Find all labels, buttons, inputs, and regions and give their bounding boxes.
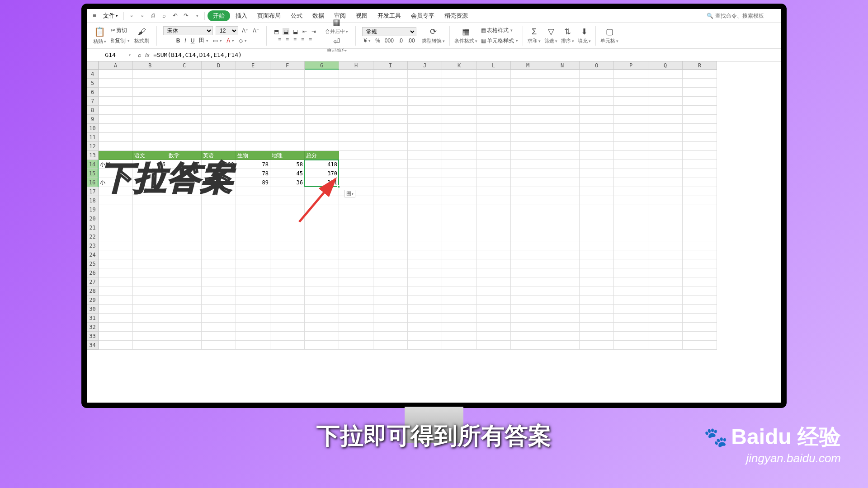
cell-D22[interactable] [202,232,236,241]
cell-D5[interactable] [202,79,236,88]
cell-B32[interactable] [133,323,167,332]
cell-P29[interactable] [614,296,648,305]
cell-D19[interactable] [202,205,236,214]
cell-J19[interactable] [408,205,442,214]
cell-D4[interactable] [202,70,236,79]
cell-A23[interactable] [99,241,133,250]
print-icon[interactable]: ⎙ [148,11,158,21]
cell-E13[interactable]: 生物 [236,151,270,160]
cell-N33[interactable] [545,332,580,341]
cell-F34[interactable] [270,341,305,350]
col-header-K[interactable]: K [442,61,476,70]
cell-E30[interactable] [236,305,270,314]
bold-button[interactable]: B [175,37,181,44]
cell-L5[interactable] [476,79,511,88]
col-header-G[interactable]: G [305,61,339,70]
cell-A12[interactable] [99,142,133,151]
cell-O14[interactable] [580,160,614,169]
cell-L27[interactable] [476,277,511,286]
percent-button[interactable]: % [374,37,381,44]
cell-J29[interactable] [408,296,442,305]
row-header-7[interactable]: 7 [87,97,99,106]
cell-E22[interactable] [236,232,270,241]
cell-B28[interactable] [133,286,167,296]
cell-K11[interactable] [442,133,476,142]
cell-N8[interactable] [545,106,580,115]
cell-G21[interactable] [305,223,339,232]
cell-O25[interactable] [580,259,614,268]
cell-M8[interactable] [511,106,545,115]
cell-G10[interactable] [305,124,339,133]
cell-E25[interactable] [236,259,270,268]
cell-E6[interactable] [236,88,270,97]
cell-H9[interactable] [339,115,373,124]
cell-M17[interactable] [511,187,545,196]
cell-C23[interactable] [167,241,202,250]
fx-icon[interactable]: fx [145,52,150,58]
row-header-25[interactable]: 25 [87,259,99,268]
cell-N14[interactable] [545,160,580,169]
cell-O19[interactable] [580,205,614,214]
decrease-indent-button[interactable]: ⇤ [302,28,308,35]
cell-M14[interactable] [511,160,545,169]
cell-O16[interactable] [580,178,614,187]
cell-O17[interactable] [580,187,614,196]
cell-A22[interactable] [99,232,133,241]
cell-J30[interactable] [408,305,442,314]
cell-Q20[interactable] [648,214,683,223]
cell-I4[interactable] [373,70,408,79]
cell-F21[interactable] [270,223,305,232]
cell-E21[interactable] [236,223,270,232]
cell-B19[interactable] [133,205,167,214]
cell-D34[interactable] [202,341,236,350]
cell-O10[interactable] [580,124,614,133]
cell-L22[interactable] [476,232,511,241]
cell-O24[interactable] [580,250,614,259]
cell-C7[interactable] [167,97,202,106]
col-header-R[interactable]: R [683,61,717,70]
tab-devtools[interactable]: 开发工具 [373,10,406,22]
cell-C26[interactable] [167,268,202,277]
cell-A32[interactable] [99,323,133,332]
row-header-18[interactable]: 18 [87,196,99,205]
cell-D32[interactable] [202,323,236,332]
cell-H14[interactable] [339,160,373,169]
increase-font-button[interactable]: A⁺ [241,27,249,34]
cell-M19[interactable] [511,205,545,214]
cell-K20[interactable] [442,214,476,223]
col-header-J[interactable]: J [408,61,442,70]
row-header-31[interactable]: 31 [87,314,99,323]
cell-B24[interactable] [133,250,167,259]
cell-L24[interactable] [476,250,511,259]
cell-A9[interactable] [99,115,133,124]
cell-C33[interactable] [167,332,202,341]
cell-A10[interactable] [99,124,133,133]
cell-M13[interactable] [511,151,545,160]
cell-H10[interactable] [339,124,373,133]
justify-button[interactable]: ≡ [300,36,305,43]
cell-E9[interactable] [236,115,270,124]
row-header-19[interactable]: 19 [87,205,99,214]
cell-F32[interactable] [270,323,305,332]
col-header-N[interactable]: N [545,61,580,70]
cell-D29[interactable] [202,296,236,305]
cell-B20[interactable] [133,214,167,223]
cell-M25[interactable] [511,259,545,268]
cell-D9[interactable] [202,115,236,124]
cell-J7[interactable] [408,97,442,106]
cell-P25[interactable] [614,259,648,268]
row-header-9[interactable]: 9 [87,115,99,124]
cell-M27[interactable] [511,277,545,286]
cell-N15[interactable] [545,169,580,178]
cell-E26[interactable] [236,268,270,277]
cell-K19[interactable] [442,205,476,214]
cell-G13[interactable]: 总分 [305,151,339,160]
cell-I5[interactable] [373,79,408,88]
cell-A11[interactable] [99,133,133,142]
cell-E16[interactable]: 89 [236,178,270,187]
cell-E18[interactable] [236,196,270,205]
row-header-34[interactable]: 34 [87,341,99,350]
cell-J12[interactable] [408,142,442,151]
cell-I6[interactable] [373,88,408,97]
cell-Q6[interactable] [648,88,683,97]
